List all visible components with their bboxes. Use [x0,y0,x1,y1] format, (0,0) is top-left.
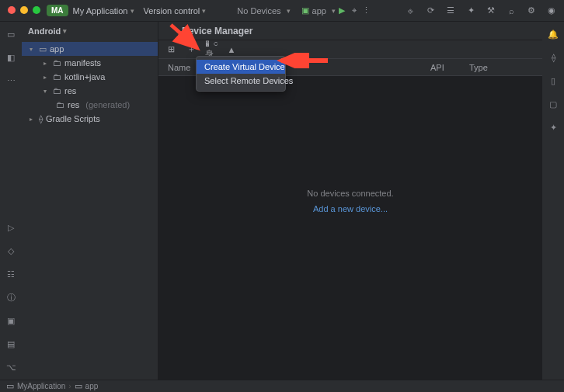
android-icon: ▣ [301,5,309,16]
emulator-icon[interactable]: ▯ [547,75,559,87]
list-icon[interactable]: ☰ [444,5,457,17]
add-device-link[interactable]: Add a new device... [158,204,542,213]
problems-icon[interactable]: ⓘ [5,291,17,304]
tree-row[interactable]: ▸ 🗀 manifests [22,56,158,70]
expand-icon: ▸ [30,116,36,123]
expand-icon: ▸ [44,74,50,81]
tree-label: kotlin+java [64,72,105,82]
debug-button[interactable]: ⌖ [348,5,360,17]
chevron-down-icon: ▾ [287,7,291,15]
expand-icon: ▾ [30,46,36,53]
gradle-icon[interactable]: ⟠ [547,51,559,64]
breadcrumb: ▭ MyApplication › ▭ app [0,380,564,392]
annotation-arrow [168,22,205,56]
firebase-icon[interactable]: ▲ [225,43,238,56]
annotation-arrow [277,53,331,68]
left-tool-rail: ▭ ◧ ⋯ ▷ ◇ ☷ ⓘ ▣ ▤ ⌥ [0,22,22,380]
settings-icon[interactable]: ⚙ [525,5,538,17]
project-view-icon[interactable]: ▭ [5,28,17,40]
create-virtual-device-item[interactable]: Create Virtual Device [197,60,285,74]
select-remote-devices-item[interactable]: Select Remote Devices [197,74,285,88]
tree-row-gradle[interactable]: ▸ ⟠ Gradle Scripts [22,112,158,126]
run-config-selector[interactable]: ▣ app ▾ [301,5,336,16]
top-toolbar: MA My Application ▾ Version control ▾ No… [0,0,564,22]
code-with-me-icon[interactable]: ⎆ [404,5,416,17]
device-label: No Devices [237,6,280,16]
folder-icon: 🗀 [53,72,61,82]
tree-row[interactable]: 🗀 res (generated) [22,98,158,112]
vcs-tool-icon[interactable]: ⌥ [5,361,17,373]
tree-row[interactable]: ▸ 🗀 kotlin+java [22,70,158,84]
breadcrumb-leaf[interactable]: app [85,382,99,390]
more-tools-icon[interactable]: ⋯ [5,75,17,87]
device-manager-title-bar: Device Manager [158,22,542,40]
tree-suffix: (generated) [85,100,130,109]
tree-label: res [68,100,79,109]
project-tree: ▾ ▭ app ▸ 🗀 manifests ▸ 🗀 kotlin+java ▾ … [22,40,158,127]
project-view-label: Android [28,26,61,36]
breadcrumb-separator: › [68,382,71,390]
project-name[interactable]: My Application [73,6,128,16]
device-manager-icon[interactable]: ▢ [547,98,559,110]
module-icon: ▭ [6,381,14,391]
search-icon[interactable]: ⌕ [505,5,517,17]
project-panel-header[interactable]: Android ▾ [22,22,158,40]
window-traffic-lights [8,6,40,14]
right-tool-rail: 🔔 ⟠ ▯ ▢ ✦ [542,22,564,380]
module-icon: ▭ [75,381,82,391]
wifi-pair-icon[interactable]: �င身 [205,43,218,56]
top-right-actions: ⎆ ⟳ ☰ ✦ ⚒ ⌕ ⚙ ◉ [404,5,558,17]
more-button[interactable]: ⋮ [360,5,373,17]
tree-label: Gradle Scripts [46,114,100,123]
empty-message: No devices connected. [158,189,542,198]
tree-label: app [50,44,64,54]
project-chip[interactable]: MA [47,5,68,16]
assistant-icon[interactable]: ✦ [547,121,559,134]
chevron-down-icon: ▾ [63,27,67,35]
add-device-dropdown: Create Virtual Device Select Remote Devi… [196,56,286,92]
updates-icon[interactable]: ⟳ [424,5,437,17]
gradle-icon: ⟠ [39,114,43,124]
folder-icon: 🗀 [53,86,61,95]
maximize-window-dot[interactable] [33,6,40,14]
run-button[interactable]: ▶ [336,5,348,17]
chevron-down-icon: ▾ [131,7,134,15]
run-tool-icon[interactable]: ▷ [5,221,17,234]
device-manager-empty-state: No devices connected. Add a new device..… [158,189,542,213]
col-type-header: Type [469,63,542,72]
minimize-window-dot[interactable] [20,6,28,14]
account-icon[interactable]: ◉ [545,5,558,17]
sync-icon[interactable]: ✦ [465,5,477,17]
svg-line-0 [171,25,197,48]
logcat-icon[interactable]: ▤ [5,338,17,350]
folder-icon: 🗀 [53,58,61,68]
app-quality-icon[interactable]: ◇ [5,245,17,257]
tree-row[interactable]: ▾ 🗀 res [22,84,158,98]
col-api-header: API [430,63,469,72]
terminal-icon[interactable]: ▣ [5,314,17,327]
folder-icon: 🗀 [56,100,64,109]
tree-label: manifests [64,58,101,68]
device-selector[interactable]: No Devices ▾ [237,6,290,16]
tree-label: res [64,86,76,95]
notifications-icon[interactable]: 🔔 [547,28,559,40]
breadcrumb-root[interactable]: MyApplication [17,382,65,390]
project-panel: Android ▾ ▾ ▭ app ▸ 🗀 manifests ▸ 🗀 kotl… [22,22,158,380]
build-icon[interactable]: ⚒ [485,5,497,17]
tree-row-app[interactable]: ▾ ▭ app [22,42,158,56]
run-config-label: app [312,6,326,16]
vcs-menu[interactable]: Version control [144,6,200,16]
chevron-down-icon: ▾ [202,7,206,15]
expand-icon: ▾ [44,88,50,95]
module-icon: ▭ [39,44,47,54]
close-window-dot[interactable] [8,6,16,14]
expand-icon: ▸ [44,60,50,67]
resource-manager-icon[interactable]: ◧ [5,51,17,64]
profiler-icon[interactable]: ☷ [5,268,17,280]
